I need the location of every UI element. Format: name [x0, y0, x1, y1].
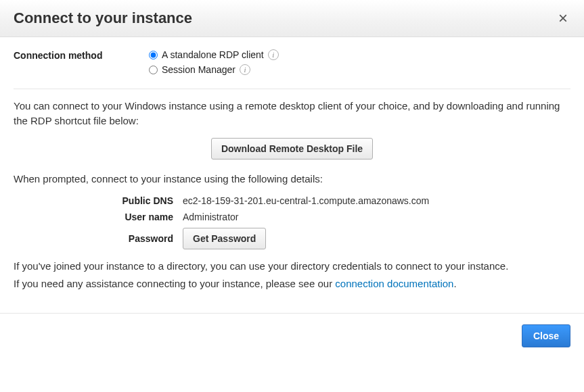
radio-rdp-client-input[interactable] [149, 51, 158, 59]
download-row: Download Remote Desktop File [14, 138, 570, 160]
radio-session-manager-input[interactable] [149, 66, 158, 74]
user-name-label: User name [14, 212, 183, 222]
assistance-text: If you need any assistance connecting to… [14, 276, 570, 291]
user-name-value: Administrator [183, 212, 570, 222]
assist-suffix: . [453, 278, 456, 289]
public-dns-label: Public DNS [14, 195, 183, 206]
prompt-text: When prompted, connect to your instance … [14, 172, 570, 187]
connect-instance-dialog: Connect to your instance × Connection me… [0, 0, 584, 358]
dialog-body: Connection method A standalone RDP clien… [0, 37, 584, 313]
get-password-button[interactable]: Get Password [183, 228, 266, 249]
dialog-header: Connect to your instance × [0, 0, 584, 37]
divider [14, 89, 570, 89]
connection-documentation-link[interactable]: connection documentation [335, 278, 453, 289]
download-rdp-button[interactable]: Download Remote Desktop File [211, 138, 373, 160]
directory-note: If you've joined your instance to a dire… [14, 259, 570, 274]
radio-session-manager[interactable]: Session Manager i [149, 64, 570, 75]
dialog-title: Connect to your instance [14, 9, 192, 27]
intro-text: You can connect to your Windows instance… [14, 99, 570, 128]
public-dns-value: ec2-18-159-31-201.eu-central-1.compute.a… [183, 195, 570, 206]
password-row: Password Get Password [14, 228, 570, 249]
public-dns-row: Public DNS ec2-18-159-31-201.eu-central-… [14, 195, 570, 206]
connection-method-row: Connection method A standalone RDP clien… [14, 49, 570, 79]
user-name-row: User name Administrator [14, 212, 570, 222]
radio-rdp-client-label: A standalone RDP client [162, 49, 264, 60]
info-icon[interactable]: i [268, 49, 279, 60]
connection-method-options: A standalone RDP client i Session Manage… [149, 49, 570, 79]
assist-prefix: If you need any assistance connecting to… [14, 278, 335, 289]
close-button[interactable]: Close [522, 324, 570, 347]
connection-details: Public DNS ec2-18-159-31-201.eu-central-… [14, 195, 570, 249]
close-icon[interactable]: × [556, 10, 570, 26]
radio-session-manager-label: Session Manager [162, 64, 235, 75]
info-icon[interactable]: i [240, 64, 250, 75]
dialog-footer: Close [0, 313, 584, 358]
password-label: Password [14, 233, 183, 244]
password-value: Get Password [183, 228, 570, 249]
connection-method-label: Connection method [14, 49, 149, 61]
radio-rdp-client[interactable]: A standalone RDP client i [149, 49, 570, 60]
